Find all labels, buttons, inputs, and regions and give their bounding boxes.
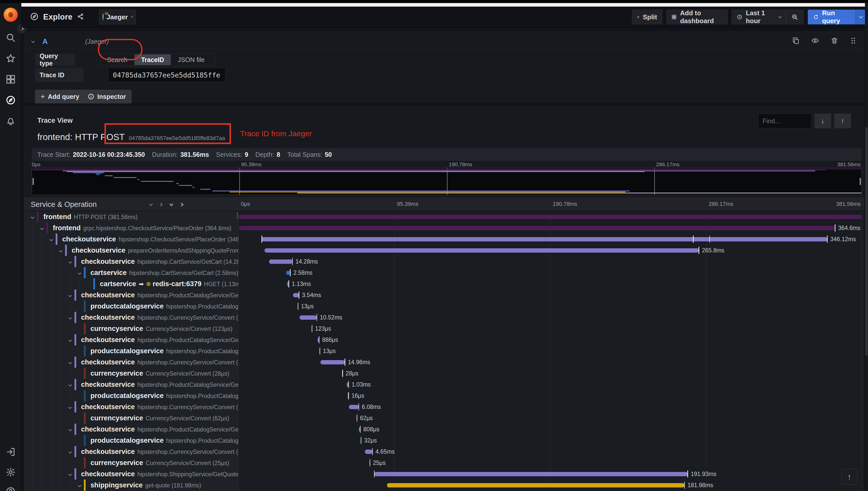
span-bar[interactable]	[349, 405, 359, 409]
find-next-button[interactable]: ↓	[814, 114, 831, 128]
collapse-chevron-icon[interactable]	[68, 338, 71, 343]
settings-gear-icon[interactable]	[6, 467, 16, 477]
span-bar[interactable]	[300, 315, 317, 320]
span-row-label[interactable]: currencyserviceCurrencyService/Convert (…	[24, 412, 238, 424]
disable-query-eye-icon[interactable]	[811, 37, 819, 46]
duplicate-query-icon[interactable]	[792, 37, 800, 46]
span-row[interactable]: checkoutservicehipstershop.CheckoutServi…	[24, 234, 864, 245]
span-bar[interactable]	[286, 271, 291, 275]
collapse-chevron-icon[interactable]	[50, 238, 52, 242]
span-row-label[interactable]: checkoutservicehipstershop.ProductCatalo…	[24, 424, 238, 435]
collapse-chevron-icon[interactable]	[68, 293, 71, 298]
span-row-label[interactable]: checkoutservicehipstershop.ShippingServi…	[24, 468, 238, 480]
share-icon[interactable]	[77, 13, 84, 21]
span-row-label[interactable]: checkoutservicehipstershop.CurrencyServi…	[24, 312, 238, 323]
collapse-chevron-icon[interactable]	[68, 405, 71, 410]
collapse-chevron-icon[interactable]	[68, 383, 71, 387]
span-row-label[interactable]: checkoutservicehipstershop.CartService/G…	[24, 256, 238, 267]
span-row-label[interactable]: checkoutservicehipstershop.CheckoutServi…	[24, 234, 238, 245]
span-row[interactable]: checkoutservicehipstershop.CurrencyServi…	[24, 401, 864, 412]
span-row-label[interactable]: checkoutservicehipstershop.ProductCatalo…	[24, 379, 238, 390]
drag-handle-icon[interactable]	[850, 37, 857, 46]
minimap-right-handle[interactable]	[860, 178, 861, 185]
span-row[interactable]: productcatalogservicehipstershop.Product…	[24, 345, 864, 356]
span-row-label[interactable]: checkoutservicehipstershop.ProductCatalo…	[24, 289, 238, 301]
collapse-chevron-icon[interactable]	[78, 271, 80, 276]
span-row-label[interactable]: productcatalogservicehipstershop.Product…	[24, 345, 238, 356]
span-row[interactable]: productcatalogservicehipstershop.Product…	[24, 301, 864, 312]
span-row-label[interactable]: frontendHTTP POST (381.56ms)	[24, 211, 238, 222]
inspector-button[interactable]: Inspector	[82, 90, 131, 104]
span-bar[interactable]	[387, 483, 684, 487]
span-row[interactable]: checkoutservicehipstershop.CurrencyServi…	[24, 356, 864, 368]
search-icon[interactable]	[6, 32, 16, 43]
span-row[interactable]: checkoutservicehipstershop.ProductCatalo…	[24, 424, 864, 435]
collapse-chevron-icon[interactable]	[68, 316, 71, 320]
zoom-out-button[interactable]	[786, 10, 804, 24]
span-row[interactable]: checkoutservicehipstershop.CurrencyServi…	[24, 446, 864, 457]
collapse-chevron-icon[interactable]	[59, 249, 61, 253]
add-query-button[interactable]: +Add query	[35, 90, 85, 104]
query-row-header[interactable]: A (Jaeger)	[24, 34, 864, 49]
span-row[interactable]: checkoutservicehipstershop.ProductCatalo…	[24, 379, 864, 390]
collapse-one-icon[interactable]	[149, 202, 152, 207]
span-row-label[interactable]: currencyserviceCurrencyService/Convert (…	[24, 323, 238, 334]
expand-one-icon[interactable]	[159, 202, 162, 207]
span-row[interactable]: currencyserviceCurrencyService/Convert (…	[24, 323, 864, 334]
span-row[interactable]: productcatalogservicehipstershop.Product…	[24, 435, 864, 446]
help-icon[interactable]	[6, 486, 16, 491]
span-row-label[interactable]: productcatalogservicehipstershop.Product…	[24, 390, 238, 401]
span-row-label[interactable]: frontendgrpc.hipstershop.CheckoutService…	[24, 222, 238, 234]
scroll-to-top-button[interactable]: ↑	[842, 469, 857, 485]
add-to-dashboard-button[interactable]: Add to dashboard	[666, 10, 728, 24]
span-row[interactable]: cartservice➡redis-cart:6379HGET (1.13ms)…	[24, 278, 864, 289]
span-row-label[interactable]: shippingserviceget-quote (181.98ms)	[24, 480, 238, 491]
span-bar[interactable]	[265, 248, 699, 253]
span-row-label[interactable]: checkoutservicehipstershop.CurrencyServi…	[24, 446, 238, 457]
split-button[interactable]: Split	[632, 10, 662, 24]
span-row[interactable]: shippingserviceget-quote (181.98ms)181.9…	[24, 480, 864, 491]
time-range-picker[interactable]: Last 1 hour	[731, 10, 786, 24]
span-bar[interactable]	[293, 293, 299, 297]
sign-in-icon[interactable]	[6, 447, 16, 457]
collapse-all-icon[interactable]	[170, 203, 172, 206]
span-row[interactable]: currencyserviceCurrencyService/Convert (…	[24, 457, 864, 468]
starred-icon[interactable]	[6, 53, 16, 63]
trace-minimap[interactable]	[32, 168, 862, 195]
alerting-bell-icon[interactable]	[6, 116, 16, 126]
span-row[interactable]: checkoutservicehipstershop.ProductCatalo…	[24, 289, 864, 301]
span-row-label[interactable]: productcatalogservicehipstershop.Product…	[24, 301, 238, 312]
query-type-jsonfile[interactable]: JSON file	[171, 54, 211, 65]
collapse-chevron-icon[interactable]	[78, 484, 80, 488]
collapse-chevron-icon[interactable]	[68, 450, 71, 455]
explore-compass-icon[interactable]	[6, 95, 16, 105]
span-row[interactable]: frontendHTTP POST (381.56ms)	[24, 211, 864, 222]
collapse-chevron-icon[interactable]	[31, 215, 33, 220]
page-scrollbar-thumb[interactable]	[865, 127, 867, 356]
span-row-label[interactable]: productcatalogservicehipstershop.Product…	[24, 435, 238, 446]
span-bar[interactable]	[321, 360, 345, 365]
span-row[interactable]: productcatalogservicehipstershop.Product…	[24, 390, 864, 401]
collapse-chevron-icon[interactable]	[68, 360, 71, 365]
minimap-left-handle[interactable]	[32, 178, 34, 185]
span-row-label[interactable]: currencyserviceCurrencyService/Convert (…	[24, 457, 238, 468]
collapse-chevron-icon[interactable]	[68, 472, 71, 477]
find-prev-button[interactable]: ↑	[834, 114, 851, 128]
collapse-chevron-icon[interactable]	[40, 226, 43, 231]
find-input[interactable]	[758, 114, 812, 128]
span-bar[interactable]	[374, 472, 688, 476]
delete-query-trash-icon[interactable]	[831, 37, 838, 46]
dashboards-icon[interactable]	[6, 74, 16, 84]
collapse-query-icon[interactable]	[31, 39, 34, 44]
span-row[interactable]: checkoutserviceprepareOrderItemsAndShipp…	[24, 245, 864, 256]
span-bar[interactable]	[365, 450, 372, 454]
span-bar[interactable]	[238, 215, 862, 219]
collapse-chevron-icon[interactable]	[68, 428, 71, 432]
span-row[interactable]: checkoutservicehipstershop.CurrencyServi…	[24, 312, 864, 323]
span-row-label[interactable]: checkoutservicehipstershop.CurrencyServi…	[24, 401, 238, 412]
span-row[interactable]: frontendgrpc.hipstershop.CheckoutService…	[24, 222, 864, 234]
span-row[interactable]: currencyserviceCurrencyService/Convert (…	[24, 368, 864, 379]
span-row-label[interactable]: cartservicehipstershop.CartService/GetCa…	[24, 267, 238, 278]
grafana-logo-icon[interactable]	[4, 8, 18, 22]
span-bar[interactable]	[262, 237, 827, 241]
